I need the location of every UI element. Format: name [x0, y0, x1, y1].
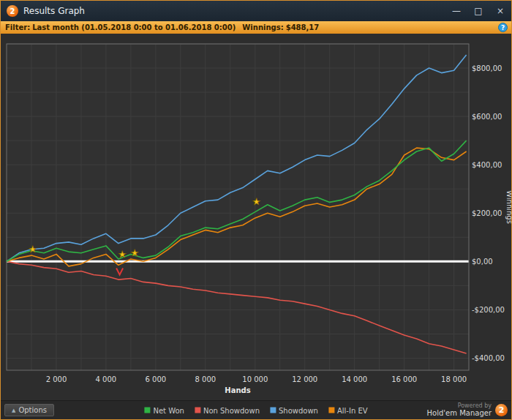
star-marker: ★: [29, 244, 37, 255]
y-tick-label: $800,00: [472, 64, 502, 72]
results-chart: ★★★★$800,00$600,00$400,00$200,00$0,00-$2…: [1, 35, 511, 400]
filter-label: Filter:: [5, 23, 30, 31]
star-marker: ★: [130, 247, 139, 258]
close-button[interactable]: ×: [489, 1, 511, 21]
help-icon[interactable]: ?: [498, 23, 508, 32]
options-button[interactable]: ▲ Options: [4, 404, 54, 416]
y-tick-label: -$200,00: [472, 306, 505, 314]
options-label: Options: [18, 406, 47, 414]
app-logo-icon: 2: [7, 5, 18, 17]
x-tick-label: 14 000: [342, 375, 367, 383]
powered-by-text-block: Powered by Hold'em Manager: [427, 402, 492, 418]
plot-background: [7, 44, 469, 370]
maximize-button[interactable]: □: [467, 1, 489, 21]
legend-swatch-icon: [328, 408, 334, 413]
legend-item-all-in-ev[interactable]: All-In EV: [328, 406, 368, 414]
legend-item-showdown[interactable]: Showdown: [270, 406, 318, 414]
results-chart-svg: ★★★★$800,00$600,00$400,00$200,00$0,00-$2…: [1, 35, 511, 400]
star-marker: ★: [118, 249, 127, 260]
legend-swatch-icon: [195, 408, 200, 413]
legend-label: Non Showdown: [203, 406, 260, 414]
results-graph-window: 2 Results Graph — □ × Filter: Last month…: [0, 0, 512, 420]
x-tick-label: 6 000: [146, 375, 167, 383]
filter-value: Last month (01.05.2018 0:00 to 01.06.201…: [32, 23, 236, 31]
window-controls: — □ ×: [445, 1, 511, 21]
y-axis-title: Winnings: [505, 190, 511, 224]
y-tick-label: $400,00: [472, 161, 502, 169]
window-title: Results Graph: [23, 6, 85, 16]
legend-swatch-icon: [270, 408, 276, 413]
filter-bar: Filter: Last month (01.05.2018 0:00 to 0…: [1, 21, 511, 34]
chart-area: ★★★★$800,00$600,00$400,00$200,00$0,00-$2…: [1, 34, 511, 400]
brand-logo-icon: 2: [495, 404, 508, 416]
y-tick-label: $0,00: [472, 258, 493, 266]
powered-by: Powered by Hold'em Manager 2: [427, 402, 508, 418]
y-tick-label: $200,00: [472, 209, 502, 217]
legend-label: Net Won: [153, 406, 184, 414]
x-tick-label: 12 000: [292, 375, 317, 383]
powered-by-label: Powered by: [427, 402, 492, 409]
winnings-label: Winnings:: [242, 23, 283, 31]
x-tick-label: 18 000: [441, 375, 467, 383]
x-tick-label: 16 000: [391, 375, 417, 383]
star-marker: ★: [252, 196, 261, 207]
y-tick-label: $600,00: [472, 113, 502, 121]
x-tick-label: 4 000: [96, 375, 117, 383]
legend-item-net-won[interactable]: Net Won: [144, 406, 184, 414]
x-tick-label: 2 000: [46, 375, 67, 383]
minimize-button[interactable]: —: [445, 1, 467, 21]
legend-item-non-showdown[interactable]: Non Showdown: [195, 406, 260, 414]
x-axis-title: Hands: [225, 386, 250, 394]
brand-name: Hold'em Manager: [427, 409, 492, 418]
legend-swatch-icon: [144, 408, 150, 413]
legend-label: All-In EV: [337, 406, 368, 414]
x-tick-label: 8 000: [195, 375, 217, 383]
chart-legend: Net WonNon ShowdownShowdownAll-In EV: [144, 406, 367, 414]
status-bar: ▲ Options Net WonNon ShowdownShowdownAll…: [1, 400, 511, 419]
legend-label: Showdown: [279, 406, 318, 414]
chevron-up-icon: ▲: [12, 408, 15, 413]
y-tick-label: -$400,00: [472, 354, 505, 362]
title-bar[interactable]: 2 Results Graph — □ ×: [1, 1, 511, 21]
winnings-value: $488,17: [286, 23, 320, 31]
x-tick-label: 10 000: [242, 375, 268, 383]
